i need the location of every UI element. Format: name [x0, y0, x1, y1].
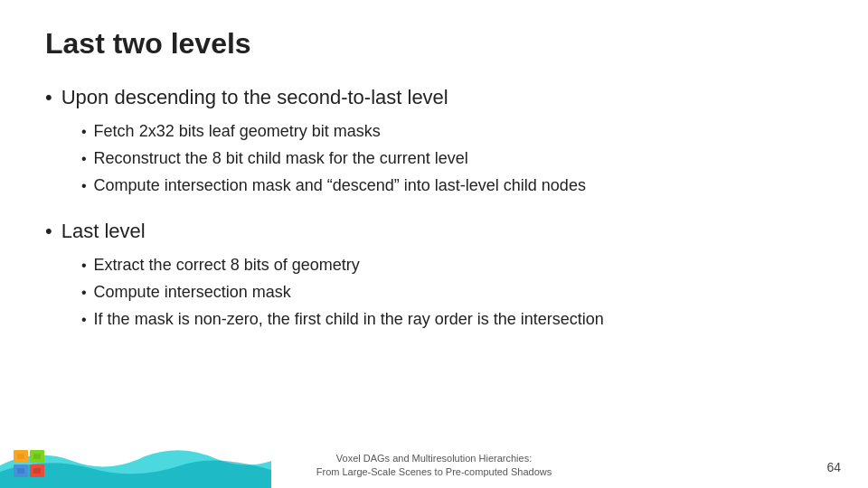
main-bullet-2: Last level	[45, 216, 823, 246]
sub-bullet-1-1: Fetch 2x32 bits leaf geometry bit masks	[81, 119, 823, 144]
main-bullet-1: Upon descending to the second-to-last le…	[45, 82, 823, 112]
footer-text: Voxel DAGs and Multiresolution Hierarchi…	[316, 452, 552, 480]
sub-bullet-1-3: Compute intersection mask and “descend” …	[81, 174, 823, 198]
slide-title: Last two levels	[45, 27, 823, 61]
slide: Last two levels Upon descending to the s…	[0, 0, 868, 488]
sub-bullets-1: Fetch 2x32 bits leaf geometry bit masks …	[81, 119, 823, 198]
sub-bullet-1-2: Reconstruct the 8 bit child mask for the…	[81, 146, 823, 171]
sub-bullets-2: Extract the correct 8 bits of geometry C…	[81, 253, 823, 332]
slide-content: Upon descending to the second-to-last le…	[45, 82, 823, 332]
bottom-bar: Voxel DAGs and Multiresolution Hierarchi…	[0, 443, 868, 488]
sub-bullet-2-1: Extract the correct 8 bits of geometry	[81, 253, 823, 277]
sub-bullet-2-3: If the mask is non-zero, the first child…	[81, 307, 823, 332]
page-number: 64	[826, 460, 841, 474]
section-2: Last level Extract the correct 8 bits of…	[45, 216, 823, 332]
section-1: Upon descending to the second-to-last le…	[45, 82, 823, 198]
sub-bullet-2-2: Compute intersection mask	[81, 280, 823, 305]
